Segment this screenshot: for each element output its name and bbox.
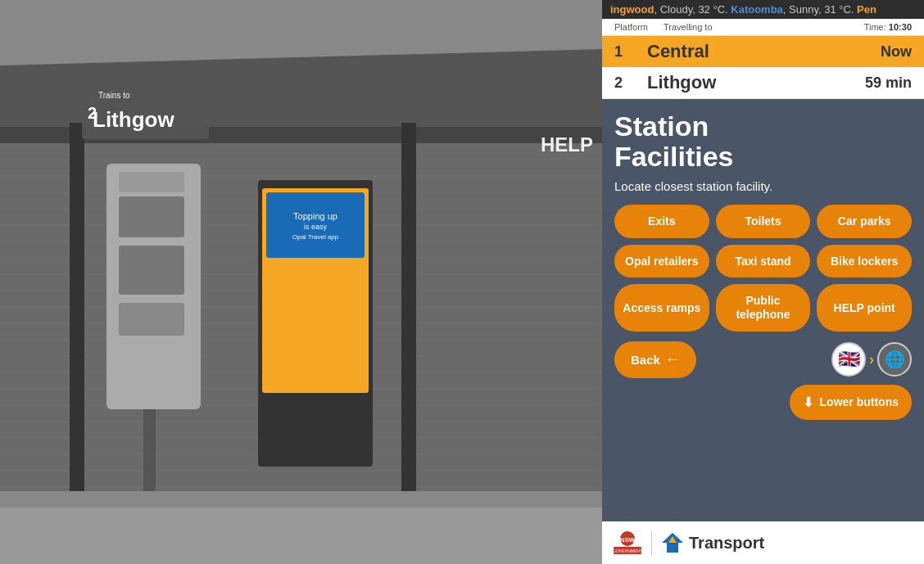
opal-retailers-button[interactable]: Opal retailers — [614, 245, 709, 278]
train-row-1: 1 Central Now — [602, 36, 924, 67]
arrival-1: Now — [881, 43, 912, 61]
destination-2: Lithgow — [647, 72, 865, 93]
toilets-button[interactable]: Toilets — [716, 205, 811, 238]
exits-button[interactable]: Exits — [614, 205, 709, 238]
city1-weather: , Cloudy, 32 °C. — [654, 3, 731, 16]
svg-text:2: 2 — [88, 104, 97, 122]
photo-panel: Topping up is easy Opal Travel app Train… — [0, 0, 602, 564]
help-point-button[interactable]: HELP point — [817, 284, 912, 332]
train-table-header: Platform Travelling to Time: 10:30 — [602, 19, 924, 36]
transport-logo: Transport — [660, 531, 764, 554]
lang-arrow-icon: › — [869, 351, 874, 368]
footer-divider — [651, 530, 652, 555]
svg-rect-42 — [401, 123, 416, 491]
svg-text:is easy: is easy — [304, 223, 328, 231]
city1-name: ingwood — [610, 3, 654, 16]
back-arrow-icon: ← — [665, 351, 680, 368]
svg-rect-43 — [70, 123, 84, 491]
svg-rect-44 — [0, 508, 602, 564]
car-parks-button[interactable]: Car parks — [817, 205, 912, 238]
svg-text:NSW: NSW — [620, 536, 636, 544]
language-selector: 🇬🇧 › 🌐 — [831, 342, 912, 377]
platform-1: 1 — [614, 43, 647, 61]
ui-panel: ingwood, Cloudy, 32 °C. Katoomba, Sunny,… — [602, 0, 924, 564]
svg-text:HELP: HELP — [541, 133, 593, 156]
transport-label: Transport — [689, 534, 764, 553]
lower-buttons-button[interactable]: ⬇ Lower buttons — [790, 385, 912, 420]
current-time: 10:30 — [889, 22, 912, 32]
city3-name: Pen — [857, 3, 876, 16]
footer: NSW GOVERNMENT Transport — [602, 521, 924, 564]
lower-buttons-label: Lower buttons — [820, 395, 899, 408]
subtitle: Locate closest station facility. — [614, 179, 912, 193]
platform-col-header: Platform — [614, 22, 664, 32]
lower-buttons-row: ⬇ Lower buttons — [614, 385, 912, 420]
svg-text:GOVERNMENT: GOVERNMENT — [613, 548, 642, 553]
background-photo: Topping up is easy Opal Travel app Train… — [0, 0, 602, 564]
arrival-2: 59 min — [865, 74, 912, 92]
bike-lockers-button[interactable]: Bike lockers — [817, 245, 912, 278]
svg-rect-30 — [119, 172, 184, 192]
down-arrow-icon: ⬇ — [803, 395, 813, 410]
city2-weather: , Sunny, 31 °C. — [783, 3, 857, 16]
svg-rect-34 — [143, 409, 156, 491]
taxi-stand-button[interactable]: Taxi stand — [716, 245, 811, 278]
svg-text:Opal Travel app: Opal Travel app — [292, 233, 339, 241]
destination-col-header: Travelling to — [664, 22, 864, 32]
back-button[interactable]: Back ← — [614, 341, 696, 378]
public-telephone-button[interactable]: Public telephone — [716, 284, 811, 332]
facilities-grid: Exits Toilets Car parks Opal retailers T… — [614, 205, 912, 332]
globe-icon[interactable]: 🌐 — [877, 342, 912, 377]
bottom-row: Back ← 🇬🇧 › 🌐 — [614, 341, 912, 378]
nsw-logo: NSW GOVERNMENT — [612, 530, 643, 555]
weather-bar: ingwood, Cloudy, 32 °C. Katoomba, Sunny,… — [602, 0, 924, 19]
platform-2: 2 — [614, 74, 647, 92]
svg-rect-31 — [119, 196, 184, 237]
svg-text:Lithgow: Lithgow — [93, 107, 174, 132]
city2-name: Katoomba — [731, 3, 783, 16]
svg-rect-33 — [119, 303, 184, 336]
transport-icon — [660, 531, 685, 554]
train-row-2: 2 Lithgow 59 min — [602, 67, 924, 99]
uk-flag-icon[interactable]: 🇬🇧 — [831, 342, 866, 377]
page-title: Station Facilities — [614, 111, 912, 173]
destination-1: Central — [647, 41, 881, 62]
svg-text:Trains to: Trains to — [98, 91, 130, 100]
svg-text:Topping up: Topping up — [293, 211, 337, 221]
train-info: Platform Travelling to Time: 10:30 1 Cen… — [602, 19, 924, 99]
access-ramps-button[interactable]: Access ramps — [614, 284, 709, 332]
time-col-header: Time: 10:30 — [864, 22, 912, 32]
back-label: Back — [631, 353, 660, 367]
main-content: Station Facilities Locate closest statio… — [602, 99, 924, 521]
svg-rect-32 — [119, 246, 184, 295]
